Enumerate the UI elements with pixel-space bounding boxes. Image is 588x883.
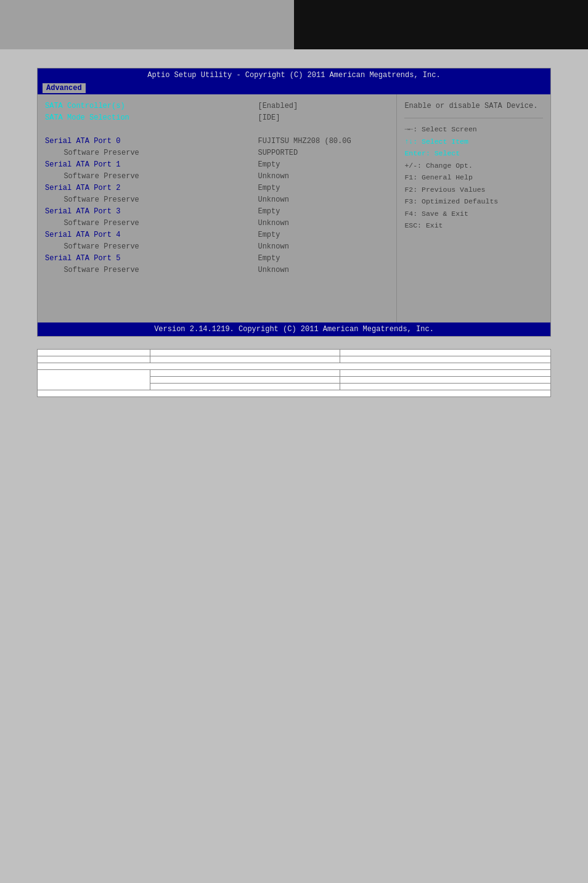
list-item: Software Preserve — [45, 265, 245, 276]
key-general-help: F1: General Help — [404, 171, 543, 184]
list-item: Software Preserve — [45, 171, 245, 182]
table-cell — [340, 377, 551, 384]
sata-mode-value: [IDE] — [258, 112, 391, 123]
key-optimized-defaults: F3: Optimized Defaults — [404, 195, 543, 208]
list-item-spacer — [45, 124, 245, 135]
bios-left-panel: SATA Controller(s) SATA Mode Selection S… — [38, 94, 253, 322]
port3-value: Empty — [258, 206, 391, 217]
sp0-value: SUPPORTED — [258, 147, 391, 158]
table-cell — [340, 350, 551, 356]
bios-bottom-bar: Version 2.14.1219. Copyright (C) 2011 Am… — [38, 322, 550, 336]
port2-value: Empty — [258, 183, 391, 194]
top-header — [0, 0, 588, 49]
bios-container: Aptio Setup Utility - Copyright (C) 2011… — [37, 68, 551, 337]
table-cell — [150, 384, 340, 390]
list-item: Serial ATA Port 1 — [45, 159, 245, 170]
table-cell — [150, 356, 340, 363]
serial-ata-port0-label: Serial ATA Port 0 — [45, 136, 120, 147]
sw-preserve5-label: Software Preserve — [45, 265, 139, 276]
table-row — [38, 363, 551, 370]
list-item: Serial ATA Port 4 — [45, 229, 245, 240]
list-item[interactable]: SATA Mode Selection — [45, 112, 245, 123]
table-cell — [38, 370, 150, 390]
list-item: Software Preserve — [45, 194, 245, 205]
header-right — [294, 0, 588, 49]
table-row — [38, 356, 551, 363]
port4-value: Empty — [258, 229, 391, 240]
table-cell — [150, 370, 340, 377]
serial-ata-port1-label: Serial ATA Port 1 — [45, 159, 120, 170]
table-cell — [150, 377, 340, 384]
key-help-section: →←: Select Screen ↑↓: Select Item Enter:… — [404, 123, 543, 232]
serial-ata-port2-label: Serial ATA Port 2 — [45, 183, 120, 194]
sp2-value: Unknown — [258, 194, 391, 205]
sp3-value: Unknown — [258, 218, 391, 229]
bios-content: SATA Controller(s) SATA Mode Selection S… — [38, 94, 550, 322]
key-change-opt: +/-: Change Opt. — [404, 160, 543, 172]
table-cell-full — [38, 363, 551, 370]
sw-preserve4-label: Software Preserve — [45, 241, 139, 252]
table-cell-full — [38, 390, 551, 397]
list-item: Serial ATA Port 2 — [45, 183, 245, 194]
sw-preserve3-label: Software Preserve — [45, 218, 139, 229]
list-item: Serial ATA Port 5 — [45, 253, 245, 264]
tab-advanced[interactable]: Advanced — [43, 83, 86, 93]
serial-ata-port4-label: Serial ATA Port 4 — [45, 229, 120, 240]
bios-title-text: Aptio Setup Utility - Copyright (C) 2011… — [147, 71, 440, 80]
select-item-highlight: ↑↓: Select Item — [404, 138, 468, 146]
table-cell — [38, 350, 150, 356]
port1-value: Empty — [258, 159, 391, 170]
spacer-val — [258, 124, 391, 135]
list-item: Software Preserve — [45, 241, 245, 252]
sata-controller-value: [Enabled] — [258, 101, 391, 112]
table-cell — [340, 370, 551, 377]
sp4-value: Unknown — [258, 241, 391, 252]
table-cell — [340, 356, 551, 363]
sw-preserve2-label: Software Preserve — [45, 194, 139, 205]
serial-ata-port5-label: Serial ATA Port 5 — [45, 253, 120, 264]
key-select-item: ↑↓: Select Item — [404, 136, 543, 148]
sp5-value: Unknown — [258, 265, 391, 276]
key-esc-exit: ESC: Exit — [404, 220, 543, 232]
table-cell — [150, 350, 340, 356]
sw-preserve0-label: Software Preserve — [45, 147, 139, 158]
port5-value: Empty — [258, 253, 391, 264]
list-item: Serial ATA Port 3 — [45, 206, 245, 217]
list-item: Software Preserve — [45, 147, 245, 158]
table-row — [38, 390, 551, 397]
key-previous-values: F2: Previous Values — [404, 184, 543, 196]
table-cell — [340, 384, 551, 390]
help-description: Enable or disable SATA Device. — [404, 101, 543, 112]
list-item: Serial ATA Port 0 — [45, 136, 245, 147]
bios-tab-bar: Advanced — [38, 82, 550, 94]
list-item: Software Preserve — [45, 218, 245, 229]
bios-middle-panel: [Enabled] [IDE] FUJITSU MHZ208 (80.0G SU… — [253, 94, 396, 322]
port0-value: FUJITSU MHZ208 (80.0G — [258, 136, 391, 147]
table-cell — [38, 356, 150, 363]
sata-mode-label: SATA Mode Selection — [45, 112, 129, 123]
divider — [404, 118, 543, 118]
bios-version-text: Version 2.14.1219. Copyright (C) 2011 Am… — [154, 325, 434, 334]
bios-right-panel: Enable or disable SATA Device. →←: Selec… — [396, 94, 550, 322]
table-row — [38, 370, 551, 377]
sata-controller-label: SATA Controller(s) — [45, 101, 125, 112]
header-left — [0, 0, 294, 49]
serial-ata-port3-label: Serial ATA Port 3 — [45, 206, 120, 217]
table-row — [38, 350, 551, 356]
sp1-value: Unknown — [258, 171, 391, 182]
list-item[interactable]: SATA Controller(s) — [45, 101, 245, 112]
info-table — [37, 349, 551, 397]
sw-preserve1-label: Software Preserve — [45, 171, 139, 182]
bios-title-bar: Aptio Setup Utility - Copyright (C) 2011… — [38, 68, 550, 82]
enter-select-highlight: Enter: Select — [404, 149, 460, 157]
key-save-exit: F4: Save & Exit — [404, 208, 543, 220]
key-select-screen: →←: Select Screen — [404, 123, 543, 136]
key-enter-select: Enter: Select — [404, 147, 543, 160]
